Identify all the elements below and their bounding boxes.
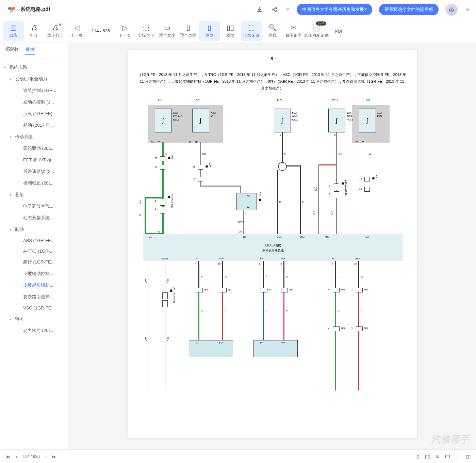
prev-icon[interactable]: ‹ (16, 454, 17, 459)
screenshot-ocr-button[interactable]: ✂截图识字 (283, 21, 304, 41)
view-double-icon[interactable]: ▯▯ (425, 454, 430, 459)
fuse-ign: ∫ (359, 109, 376, 132)
svg-point-3 (272, 9, 274, 10)
outline-item-21[interactable]: VSC (1GR-FE... (0, 303, 68, 313)
outline-item-4[interactable]: 点火 (1GR-FE) (0, 108, 68, 119)
ecu-brake-actuator: A7(A),A8(B) 制动执行器总成 (143, 234, 403, 261)
wire-gnd-wb2 (165, 261, 165, 390)
outline-item-23[interactable]: 动力转向 (201... (0, 325, 68, 336)
continuous-button[interactable]: ⬚连续阅读 (241, 21, 262, 41)
fit-width-button[interactable]: ▭适合宽度 (157, 21, 178, 41)
share-icon[interactable] (270, 5, 279, 14)
outline-item-15[interactable]: ABS (1GR-FE... (0, 235, 68, 246)
page-number-label: - 9 - (134, 57, 410, 61)
src-ig2: (IG) (196, 98, 200, 101)
next-icon[interactable]: › (45, 454, 47, 459)
first-page-icon[interactable]: ⏮ (5, 454, 10, 459)
close-suggestion-icon[interactable]: ✕ (285, 6, 290, 13)
title-bar: 系统电路.pdf ✕ 中国顶尖大学有哪些历史和发展? 帮我写这个文档的读后感 🤖… (0, 0, 476, 19)
outline-item-7[interactable]: 四轮驱动 (201... (0, 143, 68, 154)
svg-point-6 (278, 162, 286, 171)
wire-g1 (162, 142, 164, 234)
fuse-ig1: ∫ (192, 109, 209, 132)
conn-a47-top (160, 199, 165, 206)
wire-lr1 (336, 132, 337, 165)
svg-point-2 (10, 9, 13, 13)
file-name: 系统电路.pdf (20, 6, 256, 13)
outline-item-5[interactable]: 起动 (2017 年... (0, 119, 68, 131)
wire-gnd-wb1 (148, 261, 148, 390)
download-icon[interactable] (256, 5, 264, 14)
outline-item-3[interactable]: 发动机控制 (1... (0, 96, 68, 108)
sidebar: 缩略图 目录 ▾系统电路▾发动机/混合动力...巡航控制 (1GR...发动机控… (0, 43, 68, 449)
outline-item-17[interactable]: 爬行 (1GR-FE... (0, 256, 68, 268)
single-page-button[interactable]: ▯单页 (199, 21, 220, 41)
prev-page-button[interactable]: ◁上一页 (66, 21, 87, 41)
user-avatar[interactable]: 🤖 (445, 3, 458, 16)
pdf-page: - 9 - （1GR-FE、2013 年 11 月之前生产），A-TRC（1GR… (128, 50, 417, 438)
outline-item-0[interactable]: ▾系统电路 (0, 62, 68, 73)
view-fit-icon[interactable]: ⬚ (456, 454, 461, 459)
page-indicator: 114 / 636 (23, 454, 40, 459)
hi-badge: Hi (466, 7, 469, 12)
svg-point-5 (276, 11, 277, 12)
conn-22 (160, 156, 165, 161)
outline-item-11[interactable]: ▾悬架 (0, 189, 68, 201)
pdf-button[interactable]: PDF (329, 21, 350, 41)
fuse-ecu-ig: ∫ (155, 109, 172, 132)
outline-item-18[interactable]: 下坡辅助控制... (0, 268, 68, 280)
app-logo-icon (7, 5, 16, 14)
conn-a65 (198, 165, 203, 170)
outline-item-10[interactable]: 换档锁止 (201... (0, 177, 68, 189)
fuse-abs2: ∫ (328, 109, 345, 132)
view-book-icon[interactable]: ◫ (466, 454, 471, 459)
ai-prompt-2[interactable]: 帮我写这个文档的读后感 (379, 4, 439, 15)
outline-item-6[interactable]: ▾传动系统 (0, 131, 68, 143)
document-viewport[interactable]: - 9 - （1GR-FE、2013 年 11 月之前生产），A-TRC（1GR… (68, 43, 476, 449)
fit-page-button[interactable]: ▯适合页面 (178, 21, 199, 41)
src-bat2: (BAT) (332, 98, 338, 101)
view-single-icon[interactable]: ▯ (417, 454, 420, 459)
outline-item-8[interactable]: ECT 和 A/T 档... (0, 154, 68, 166)
pdf-ocr-button[interactable]: SVIP📄影印PDF识别 (304, 21, 329, 41)
ai-prompt-1[interactable]: 中国顶尖大学有哪些历史和发展? (297, 4, 372, 15)
last-page-icon[interactable]: ⏭ (52, 454, 57, 459)
outline-item-1[interactable]: ▾发动机/混合动力... (0, 73, 68, 85)
fuse-abs1: ∫ (274, 109, 291, 132)
page-input[interactable] (87, 28, 114, 33)
outline-item-2[interactable]: 巡航控制 (1GR... (0, 85, 68, 96)
view-continuous-icon[interactable]: ≡ (436, 454, 439, 459)
svg-point-4 (276, 7, 277, 9)
status-bar: ⏮ ‹ 114 / 636 › ⏭ ▯ ▯▯ ≡ 1:1 ⬚ ◫ (0, 449, 476, 463)
outline-item-12[interactable]: 电子调节空气... (0, 201, 68, 212)
wire-b1 (282, 132, 283, 163)
next-page-button[interactable]: ▷下一页 (114, 21, 135, 41)
outline-item-20[interactable]: 复杂路面选择... (0, 291, 68, 303)
online-print-button[interactable]: 🖨线上打印 (45, 21, 66, 41)
outline-item-13[interactable]: 动态悬架系统... (0, 212, 68, 224)
outline-tree: ▾系统电路▾发动机/混合动力...巡航控制 (1GR...发动机控制 (1...… (0, 59, 68, 339)
outline-item-22[interactable]: ▾转向 (0, 313, 68, 325)
double-page-button[interactable]: ▯▯双页 (220, 21, 241, 41)
catalog-button[interactable]: ▥目录 (3, 21, 24, 41)
actual-size-button[interactable]: ⬚实际大小 (135, 21, 157, 41)
toolbar: ▥目录 🖨打印 🖨线上打印 ◁上一页 ▷下一页 ⬚实际大小 ▭适合宽度 ▯适合页… (0, 19, 476, 43)
outline-item-14[interactable]: ▾制动 (0, 224, 68, 235)
diagram-title: （1GR-FE、2013 年 11 月之前生产），A-TRC（1GR-FE、20… (134, 71, 410, 92)
tab-outline[interactable]: 目录 (25, 46, 35, 55)
outline-item-16[interactable]: A-TRC (1GR-... (0, 246, 68, 256)
tab-thumbnail[interactable]: 缩略图 (5, 46, 20, 55)
src-ig3: (IG) (366, 98, 370, 101)
conn-21 (160, 165, 165, 170)
search-button[interactable]: 🔍查找 (262, 21, 283, 41)
src-ig1: (IG) (158, 98, 162, 101)
print-button[interactable]: 🖨打印 (24, 21, 45, 41)
outline-item-19[interactable]: 上坡起步辅助... (0, 280, 68, 291)
src-bat1: (BAT) (277, 98, 283, 101)
circuit-diagram: (IG) (IG) (BAT) (BAT) (IG) ∫ 10A ECU-IG … (134, 98, 410, 391)
outline-item-9[interactable]: 后差速器锁 (2... (0, 166, 68, 177)
view-1to1-icon[interactable]: 1:1 (444, 454, 451, 459)
